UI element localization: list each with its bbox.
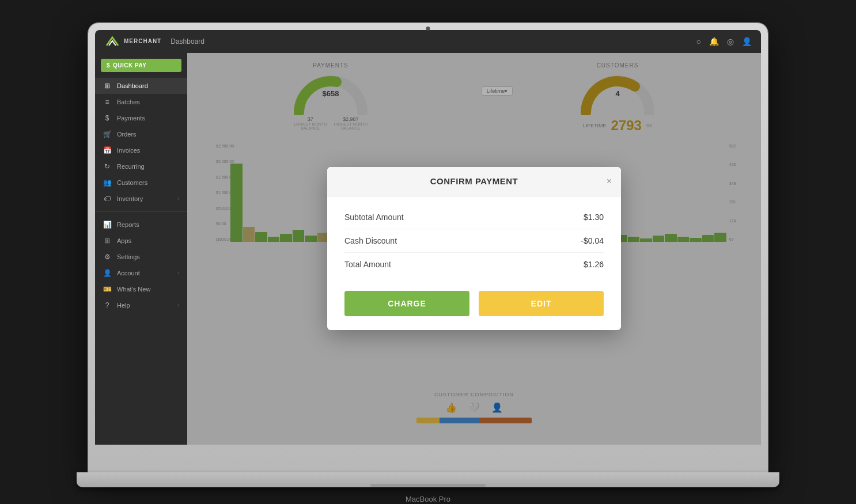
sidebar-item-dashboard[interactable]: ⊞ Dashboard: [95, 78, 187, 94]
topbar-title: Dashboard: [171, 37, 204, 46]
bell-icon[interactable]: 🔔: [709, 37, 719, 46]
sidebar-item-apps[interactable]: ⊞ Apps: [95, 233, 187, 249]
modal-divider-2: [344, 252, 604, 253]
list-icon: ≡: [103, 98, 111, 106]
macbook-base: MacBook Pro: [77, 472, 779, 487]
sidebar: QUICK PAY ⊞ Dashboard ≡ Batches $ Paymen…: [95, 53, 187, 445]
refresh-icon: ↻: [103, 162, 111, 170]
sidebar-item-help[interactable]: ? Help ›: [95, 297, 187, 313]
sidebar-label-dashboard: Dashboard: [117, 82, 148, 89]
gear-icon: ⚙: [103, 253, 111, 261]
user-icon[interactable]: 👤: [742, 37, 752, 46]
sidebar-label-recurring: Recurring: [117, 163, 145, 170]
user-circle-icon: 👤: [103, 269, 111, 277]
logo-icon: [104, 35, 120, 48]
sidebar-label-batches: Batches: [117, 98, 140, 105]
discount-value: -$0.04: [581, 236, 604, 245]
tag-icon: 🏷: [103, 195, 111, 203]
modal-row-subtotal: Subtotal Amount $1.30: [344, 208, 604, 226]
macbook-screen: MERCHANT Dashboard ○ 🔔 ◎ 👤 QU: [95, 30, 761, 445]
subtotal-value: $1.30: [584, 213, 604, 222]
sidebar-item-whats-new[interactable]: 🎫 What's New: [95, 281, 187, 297]
sidebar-label-payments: Payments: [117, 115, 145, 122]
sidebar-label-reports: Reports: [117, 221, 139, 228]
sidebar-item-invoices[interactable]: 📅 Invoices: [95, 142, 187, 158]
modal-divider-1: [344, 229, 604, 229]
account-arrow: ›: [177, 270, 179, 276]
sidebar-label-apps: Apps: [117, 237, 131, 244]
discount-label: Cash Discount: [344, 236, 397, 245]
main-layout: QUICK PAY ⊞ Dashboard ≡ Batches $ Paymen…: [95, 53, 761, 445]
sidebar-item-inventory[interactable]: 🏷 Inventory ›: [95, 191, 187, 207]
total-value: $1.26: [584, 260, 604, 269]
edit-button[interactable]: EDIT: [479, 291, 604, 316]
modal-actions: CHARGE EDIT: [327, 285, 621, 330]
macbook-outer: MERCHANT Dashboard ○ 🔔 ◎ 👤 QU: [88, 23, 768, 472]
quick-pay-button[interactable]: QUICK PAY: [101, 59, 181, 72]
calendar-icon: 📅: [103, 146, 111, 154]
circle-icon[interactable]: ○: [696, 37, 701, 46]
sidebar-label-account: Account: [117, 270, 140, 276]
sidebar-label-customers: Customers: [117, 179, 147, 186]
sidebar-item-reports[interactable]: 📊 Reports: [95, 217, 187, 233]
badge-icon: 🎫: [103, 285, 111, 293]
total-label: Total Amount: [344, 260, 391, 269]
sidebar-label-settings: Settings: [117, 253, 140, 260]
sidebar-label-orders: Orders: [117, 131, 137, 138]
location-icon[interactable]: ◎: [727, 37, 734, 46]
modal-row-total: Total Amount $1.26: [344, 255, 604, 274]
logo-text: MERCHANT: [124, 38, 161, 44]
confirm-payment-modal: CONFIRM PAYMENT × Subtotal Amount $1.30: [327, 167, 621, 330]
camera: [426, 26, 430, 31]
sidebar-label-invoices: Invoices: [117, 147, 140, 154]
grid-icon: ⊞: [103, 82, 111, 90]
sidebar-label-inventory: Inventory: [117, 195, 143, 202]
sidebar-item-customers[interactable]: 👥 Customers: [95, 175, 187, 191]
modal-row-discount: Cash Discount -$0.04: [344, 232, 604, 250]
apps-icon: ⊞: [103, 237, 111, 245]
topbar: MERCHANT Dashboard ○ 🔔 ◎ 👤: [95, 30, 761, 53]
sidebar-item-account[interactable]: 👤 Account ›: [95, 265, 187, 281]
modal-title: CONFIRM PAYMENT: [430, 176, 518, 186]
macbook-label: MacBook Pro: [406, 495, 450, 503]
topbar-right: ○ 🔔 ◎ 👤: [696, 37, 752, 46]
modal-header: CONFIRM PAYMENT ×: [327, 167, 621, 196]
help-icon: ?: [103, 301, 111, 309]
bar-chart-icon: 📊: [103, 221, 111, 229]
sidebar-item-payments[interactable]: $ Payments: [95, 110, 187, 126]
modal-body: Subtotal Amount $1.30 Cash Discount -$0.…: [327, 196, 621, 285]
sidebar-item-recurring[interactable]: ↻ Recurring: [95, 158, 187, 175]
help-arrow: ›: [177, 302, 179, 308]
sidebar-label-help: Help: [117, 302, 130, 309]
cart-icon: 🛒: [103, 130, 111, 138]
users-icon: 👥: [103, 179, 111, 187]
content-area: PAYMENTS $658: [187, 53, 761, 445]
logo: MERCHANT: [104, 35, 161, 48]
charge-button[interactable]: CHARGE: [344, 291, 469, 316]
app: MERCHANT Dashboard ○ 🔔 ◎ 👤 QU: [95, 30, 761, 445]
dollar-icon: $: [103, 114, 111, 122]
topbar-left: MERCHANT Dashboard: [104, 35, 204, 48]
sidebar-item-batches[interactable]: ≡ Batches: [95, 94, 187, 110]
modal-close-button[interactable]: ×: [607, 177, 612, 186]
sidebar-item-settings[interactable]: ⚙ Settings: [95, 249, 187, 265]
sidebar-divider: [95, 211, 187, 212]
subtotal-label: Subtotal Amount: [344, 213, 404, 222]
sidebar-item-orders[interactable]: 🛒 Orders: [95, 126, 187, 142]
inventory-arrow: ›: [177, 196, 179, 202]
sidebar-label-whats-new: What's New: [117, 286, 150, 293]
modal-overlay: CONFIRM PAYMENT × Subtotal Amount $1.30: [187, 53, 761, 445]
